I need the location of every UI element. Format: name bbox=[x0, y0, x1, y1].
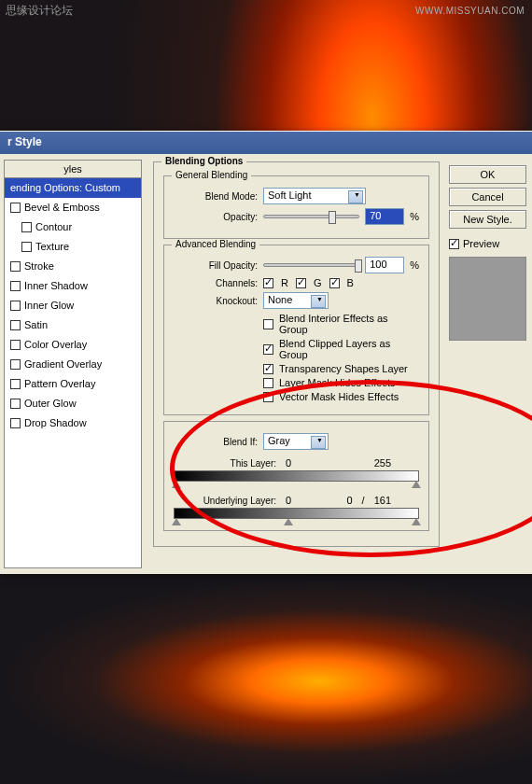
style-checkbox[interactable] bbox=[10, 281, 21, 291]
blend-mode-label: Blend Mode: bbox=[174, 191, 258, 202]
blend-mode-select[interactable]: Soft Light bbox=[263, 188, 366, 204]
style-item[interactable]: ending Options: Custom bbox=[5, 178, 141, 198]
fill-opacity-slider[interactable] bbox=[263, 263, 359, 267]
style-item[interactable]: Color Overlay bbox=[5, 335, 141, 355]
general-blending-title: General Blending bbox=[172, 170, 251, 180]
style-item[interactable]: Outer Glow bbox=[5, 394, 141, 413]
styles-header: yles bbox=[5, 161, 141, 178]
ok-button[interactable]: OK bbox=[449, 165, 526, 184]
channel-b-checkbox[interactable] bbox=[329, 278, 340, 288]
watermark-url: WWW.MISSYUAN.COM bbox=[415, 6, 525, 16]
style-item[interactable]: Pattern Overlay bbox=[5, 374, 141, 394]
blend-if-select[interactable]: Gray bbox=[263, 433, 329, 450]
style-checkbox[interactable] bbox=[10, 261, 21, 272]
layer-mask-hides-checkbox[interactable] bbox=[263, 378, 273, 388]
preview-checkbox[interactable] bbox=[449, 239, 459, 249]
cancel-button[interactable]: Cancel bbox=[449, 188, 526, 206]
blend-clipped-checkbox[interactable] bbox=[263, 344, 273, 355]
style-item[interactable]: Bevel & Emboss bbox=[5, 198, 141, 217]
advanced-blending-title: Advanced Blending bbox=[172, 239, 259, 249]
channel-r-checkbox[interactable] bbox=[263, 278, 273, 288]
style-item[interactable]: Inner Shadow bbox=[5, 276, 141, 296]
style-checkbox[interactable] bbox=[10, 320, 21, 330]
opacity-label: Opacity: bbox=[174, 212, 258, 222]
preview-swatch bbox=[449, 257, 526, 341]
transparency-shapes-checkbox[interactable] bbox=[263, 364, 273, 374]
style-checkbox[interactable] bbox=[10, 301, 21, 311]
style-item[interactable]: Satin bbox=[5, 315, 141, 335]
fill-opacity-input[interactable]: 100 bbox=[365, 257, 404, 273]
knockout-select[interactable]: None bbox=[263, 292, 329, 309]
style-item[interactable]: Stroke bbox=[5, 257, 141, 276]
knockout-label: Knockout: bbox=[174, 296, 258, 306]
options-panel: Blending Options General Blending Blend … bbox=[142, 154, 443, 574]
styles-list[interactable]: yles ending Options: CustomBevel & Embos… bbox=[4, 160, 142, 568]
style-checkbox[interactable] bbox=[10, 203, 21, 213]
channels-label: Channels: bbox=[174, 278, 258, 288]
style-checkbox[interactable] bbox=[10, 399, 21, 409]
style-checkbox[interactable] bbox=[21, 222, 32, 232]
style-item[interactable]: Texture bbox=[5, 237, 141, 257]
underlying-layer-gradient[interactable] bbox=[174, 508, 419, 519]
style-item[interactable]: Drop Shadow bbox=[5, 413, 141, 433]
dialog-title: r Style bbox=[0, 132, 532, 154]
underlying-layer-label: Underlying Layer: bbox=[174, 496, 276, 506]
style-item[interactable]: Gradient Overlay bbox=[5, 355, 141, 374]
style-checkbox[interactable] bbox=[10, 379, 21, 389]
style-checkbox[interactable] bbox=[10, 418, 21, 428]
channel-g-checkbox[interactable] bbox=[296, 278, 306, 288]
blend-if-label: Blend If: bbox=[174, 437, 258, 447]
new-style-button[interactable]: New Style. bbox=[449, 210, 526, 229]
fill-opacity-label: Fill Opacity: bbox=[174, 260, 258, 271]
style-item[interactable]: Contour bbox=[5, 217, 141, 237]
style-item[interactable]: Inner Glow bbox=[5, 296, 141, 315]
layer-style-dialog: r Style yles ending Options: CustomBevel… bbox=[0, 131, 532, 574]
blending-options-title: Blending Options bbox=[161, 156, 246, 166]
right-button-panel: OK Cancel New Style. Preview bbox=[443, 154, 532, 574]
watermark-text: 思缘设计论坛 bbox=[6, 3, 73, 19]
opacity-slider[interactable] bbox=[263, 215, 359, 218]
this-layer-gradient[interactable] bbox=[174, 470, 419, 482]
vector-mask-hides-checkbox[interactable] bbox=[263, 392, 273, 402]
style-checkbox[interactable] bbox=[10, 340, 21, 350]
style-checkbox[interactable] bbox=[21, 242, 32, 252]
this-layer-label: This Layer: bbox=[174, 458, 276, 469]
blend-interior-checkbox[interactable] bbox=[263, 319, 273, 329]
style-checkbox[interactable] bbox=[10, 359, 21, 370]
opacity-input[interactable]: 70 bbox=[365, 208, 404, 225]
